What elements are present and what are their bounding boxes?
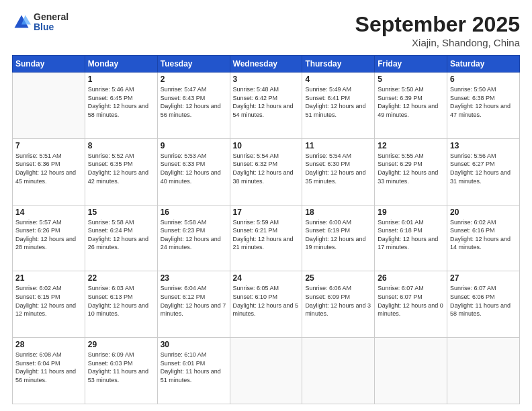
day-info: Sunrise: 5:58 AM Sunset: 6:23 PM Dayligh… [161,218,227,252]
page: General Blue September 2025 Xiajin, Shan… [0,0,532,411]
page-subtitle: Xiajin, Shandong, China [355,37,520,48]
day-info: Sunrise: 6:01 AM Sunset: 6:18 PM Dayligh… [378,218,444,252]
calendar-week-0: 1Sunrise: 5:46 AM Sunset: 6:45 PM Daylig… [13,73,520,139]
calendar-cell: 14Sunrise: 5:57 AM Sunset: 6:26 PM Dayli… [13,205,85,271]
day-info: Sunrise: 6:06 AM Sunset: 6:09 PM Dayligh… [305,284,371,318]
calendar-cell: 18Sunrise: 6:00 AM Sunset: 6:19 PM Dayli… [302,205,375,271]
calendar-cell: 10Sunrise: 5:54 AM Sunset: 6:32 PM Dayli… [230,138,302,205]
day-number: 4 [305,75,371,84]
day-info: Sunrise: 5:59 AM Sunset: 6:21 PM Dayligh… [233,218,300,252]
day-info: Sunrise: 6:03 AM Sunset: 6:13 PM Dayligh… [88,284,154,318]
col-sunday: Sunday [13,56,85,73]
day-number: 24 [233,273,300,283]
logo-blue: Blue [34,22,69,32]
day-number: 20 [450,208,517,217]
day-number: 27 [450,273,517,283]
day-number: 28 [15,340,82,349]
day-number: 30 [161,340,227,349]
calendar-cell: 20Sunrise: 6:02 AM Sunset: 6:16 PM Dayli… [447,205,520,271]
day-info: Sunrise: 5:50 AM Sunset: 6:38 PM Dayligh… [450,85,517,119]
day-info: Sunrise: 5:46 AM Sunset: 6:45 PM Dayligh… [88,85,154,119]
day-info: Sunrise: 5:58 AM Sunset: 6:24 PM Dayligh… [88,218,154,252]
day-number: 9 [161,141,227,150]
calendar-cell: 21Sunrise: 6:02 AM Sunset: 6:15 PM Dayli… [13,271,85,338]
calendar-cell: 29Sunrise: 6:09 AM Sunset: 6:03 PM Dayli… [85,338,157,404]
day-info: Sunrise: 5:54 AM Sunset: 6:32 PM Dayligh… [233,152,300,185]
logo-icon [12,13,31,32]
col-tuesday: Tuesday [157,56,230,73]
calendar-cell: 4Sunrise: 5:49 AM Sunset: 6:41 PM Daylig… [302,73,375,139]
day-number: 8 [88,141,154,150]
day-info: Sunrise: 5:55 AM Sunset: 6:29 PM Dayligh… [378,152,444,185]
day-info: Sunrise: 5:54 AM Sunset: 6:30 PM Dayligh… [305,152,371,185]
day-number: 13 [450,141,517,150]
day-number: 3 [233,75,300,84]
calendar-cell: 19Sunrise: 6:01 AM Sunset: 6:18 PM Dayli… [375,205,447,271]
day-number: 25 [305,273,371,283]
day-info: Sunrise: 5:51 AM Sunset: 6:36 PM Dayligh… [15,152,82,185]
calendar-cell: 11Sunrise: 5:54 AM Sunset: 6:30 PM Dayli… [302,138,375,205]
day-info: Sunrise: 5:49 AM Sunset: 6:41 PM Dayligh… [305,85,371,119]
col-monday: Monday [85,56,157,73]
calendar-cell: 24Sunrise: 6:05 AM Sunset: 6:10 PM Dayli… [230,271,302,338]
day-number: 7 [15,141,82,150]
day-number: 22 [88,273,154,283]
calendar-cell: 8Sunrise: 5:52 AM Sunset: 6:35 PM Daylig… [85,138,157,205]
calendar-body: 1Sunrise: 5:46 AM Sunset: 6:45 PM Daylig… [13,73,520,404]
calendar-week-2: 14Sunrise: 5:57 AM Sunset: 6:26 PM Dayli… [13,205,520,271]
day-number: 15 [88,208,154,217]
calendar-cell: 15Sunrise: 5:58 AM Sunset: 6:24 PM Dayli… [85,205,157,271]
calendar-cell: 23Sunrise: 6:04 AM Sunset: 6:12 PM Dayli… [157,271,230,338]
calendar-cell: 30Sunrise: 6:10 AM Sunset: 6:01 PM Dayli… [157,338,230,404]
day-number: 26 [378,273,444,283]
day-info: Sunrise: 6:08 AM Sunset: 6:04 PM Dayligh… [15,351,82,384]
col-friday: Friday [375,56,447,73]
day-number: 10 [233,141,300,150]
calendar-cell [13,73,85,139]
calendar-cell: 9Sunrise: 5:53 AM Sunset: 6:33 PM Daylig… [157,138,230,205]
day-info: Sunrise: 6:02 AM Sunset: 6:15 PM Dayligh… [15,284,82,318]
day-info: Sunrise: 5:53 AM Sunset: 6:33 PM Dayligh… [161,152,227,185]
calendar-cell: 12Sunrise: 5:55 AM Sunset: 6:29 PM Dayli… [375,138,447,205]
day-info: Sunrise: 5:50 AM Sunset: 6:39 PM Dayligh… [378,85,444,119]
day-number: 1 [88,75,154,84]
calendar-cell: 28Sunrise: 6:08 AM Sunset: 6:04 PM Dayli… [13,338,85,404]
day-info: Sunrise: 5:52 AM Sunset: 6:35 PM Dayligh… [88,152,154,185]
calendar-cell: 6Sunrise: 5:50 AM Sunset: 6:38 PM Daylig… [447,73,520,139]
day-info: Sunrise: 6:07 AM Sunset: 6:06 PM Dayligh… [450,284,517,318]
calendar-cell: 1Sunrise: 5:46 AM Sunset: 6:45 PM Daylig… [85,73,157,139]
calendar-cell [375,338,447,404]
calendar-week-3: 21Sunrise: 6:02 AM Sunset: 6:15 PM Dayli… [13,271,520,338]
calendar-cell: 3Sunrise: 5:48 AM Sunset: 6:42 PM Daylig… [230,73,302,139]
day-number: 16 [161,208,227,217]
day-info: Sunrise: 6:09 AM Sunset: 6:03 PM Dayligh… [88,351,154,384]
day-info: Sunrise: 6:10 AM Sunset: 6:01 PM Dayligh… [161,351,227,384]
calendar-cell: 16Sunrise: 5:58 AM Sunset: 6:23 PM Dayli… [157,205,230,271]
calendar-week-4: 28Sunrise: 6:08 AM Sunset: 6:04 PM Dayli… [13,338,520,404]
day-number: 19 [378,208,444,217]
calendar-cell [447,338,520,404]
day-number: 6 [450,75,517,84]
day-info: Sunrise: 5:56 AM Sunset: 6:27 PM Dayligh… [450,152,517,185]
calendar-cell [302,338,375,404]
calendar-header: Sunday Monday Tuesday Wednesday Thursday… [13,56,520,73]
calendar-cell: 2Sunrise: 5:47 AM Sunset: 6:43 PM Daylig… [157,73,230,139]
logo-text: General Blue [34,12,69,33]
calendar-cell: 22Sunrise: 6:03 AM Sunset: 6:13 PM Dayli… [85,271,157,338]
calendar-cell: 17Sunrise: 5:59 AM Sunset: 6:21 PM Dayli… [230,205,302,271]
calendar-table: Sunday Monday Tuesday Wednesday Thursday… [12,55,520,404]
col-thursday: Thursday [302,56,375,73]
day-info: Sunrise: 6:02 AM Sunset: 6:16 PM Dayligh… [450,218,517,252]
day-info: Sunrise: 6:07 AM Sunset: 6:07 PM Dayligh… [378,284,444,318]
logo: General Blue [12,12,69,33]
day-number: 14 [15,208,82,217]
day-number: 12 [378,141,444,150]
day-number: 18 [305,208,371,217]
calendar-cell: 26Sunrise: 6:07 AM Sunset: 6:07 PM Dayli… [375,271,447,338]
day-number: 29 [88,340,154,349]
day-info: Sunrise: 6:00 AM Sunset: 6:19 PM Dayligh… [305,218,371,252]
day-number: 5 [378,75,444,84]
day-number: 11 [305,141,371,150]
header-row: Sunday Monday Tuesday Wednesday Thursday… [13,56,520,73]
calendar-cell: 13Sunrise: 5:56 AM Sunset: 6:27 PM Dayli… [447,138,520,205]
